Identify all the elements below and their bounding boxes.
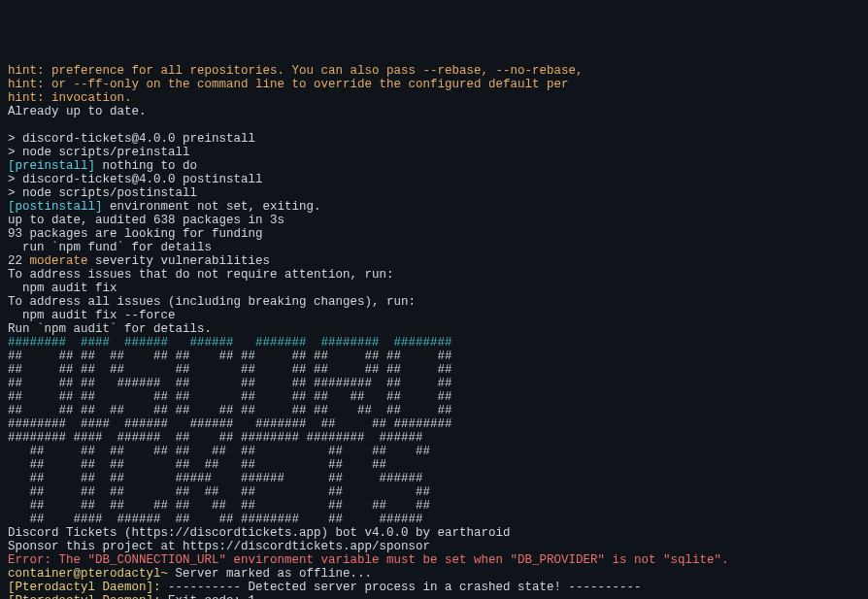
terminal-line: [Pterodactyl Daemon]: ---------- Detecte… bbox=[8, 581, 860, 594]
terminal-text-segment: ######## #### ###### ###### ####### ####… bbox=[8, 336, 459, 349]
terminal-line: ## ## ## ##### ###### ## ###### bbox=[8, 472, 860, 485]
terminal-text-segment: Exit code: 1 bbox=[161, 594, 256, 599]
terminal-text-segment: environment not set, exiting. bbox=[103, 200, 321, 214]
terminal-line: [preinstall] nothing to do bbox=[8, 159, 860, 173]
terminal-text-segment: > discord-tickets@4.0.0 postinstall bbox=[8, 173, 263, 186]
terminal-text-segment: ## ## ## ## ## ## ## ## bbox=[8, 458, 438, 472]
terminal-text-segment: ######## #### ###### ## ## ######## ####… bbox=[8, 431, 438, 445]
terminal-text-segment: ## ## ## ###### ## ## ## ######## ## ## bbox=[8, 377, 452, 390]
terminal-line: container@pterodactyl~ Server marked as … bbox=[8, 567, 860, 581]
terminal-text-segment: ## ## ## ## ## ## ## ## ## ## ## bbox=[8, 363, 452, 377]
terminal-text-segment: severity vulnerabilities bbox=[88, 254, 271, 268]
terminal-text-segment: npm audit fix bbox=[8, 282, 117, 295]
terminal-line: To address issues that do not require at… bbox=[8, 268, 860, 282]
terminal-line: [Pterodactyl Daemon]: Exit code: 1 bbox=[8, 594, 860, 599]
terminal-text-segment: hint: or --ff-only on the command line t… bbox=[8, 78, 569, 91]
terminal-line: ## ## ## ## ## ## ## ## ## ## ## bbox=[8, 390, 860, 404]
terminal-line: > node scripts/postinstall bbox=[8, 186, 860, 200]
terminal-line: 22 moderate severity vulnerabilities bbox=[8, 254, 860, 268]
terminal-line: npm audit fix bbox=[8, 282, 860, 295]
terminal-text-segment: ## ## ## ## ## ## ## ## bbox=[8, 485, 438, 499]
terminal-line: Error: The "DB_CONNECTION_URL" environme… bbox=[8, 553, 860, 567]
terminal-text-segment: run `npm fund` for details bbox=[8, 241, 212, 254]
terminal-text-segment: Error: The "DB_CONNECTION_URL" environme… bbox=[8, 553, 729, 567]
terminal-line: Already up to date. bbox=[8, 105, 860, 118]
terminal-text-segment: [Pterodactyl Daemon]: bbox=[8, 594, 161, 599]
terminal-line: ## ## ## ###### ## ## ## ######## ## ## bbox=[8, 377, 860, 390]
terminal-text-segment: ## ## ## ## ## ## ## ## ## ## ## ## ## bbox=[8, 404, 452, 417]
terminal-line: hint: invocation. bbox=[8, 91, 860, 105]
terminal-text-segment: ---------- Detected server process in a … bbox=[161, 581, 642, 594]
terminal-text-segment: Already up to date. bbox=[8, 105, 147, 118]
terminal-line: hint: or --ff-only on the command line t… bbox=[8, 78, 860, 91]
terminal-line: ## ## ## ## ## ## ## ## ## ## ## ## ## bbox=[8, 349, 860, 363]
terminal-line: npm audit fix --force bbox=[8, 309, 860, 322]
terminal-text-segment: [preinstall] bbox=[8, 159, 95, 173]
terminal-line: ######## #### ###### ###### ####### ## #… bbox=[8, 417, 860, 431]
terminal-text-segment: moderate bbox=[30, 254, 88, 268]
terminal-line: ## #### ###### ## ## ######## ## ###### bbox=[8, 513, 860, 526]
terminal-text-segment: Server marked as offline... bbox=[168, 567, 372, 581]
terminal-line: Run `npm audit` for details. bbox=[8, 322, 860, 336]
terminal-text-segment: ## ## ## ## ## ## ## ## ## ## ## ## ## bbox=[8, 349, 452, 363]
terminal-text-segment: Sponsor this project at https://discordt… bbox=[8, 540, 430, 553]
terminal-text-segment: hint: invocation. bbox=[8, 91, 132, 105]
terminal-text-segment: > node scripts/preinstall bbox=[8, 146, 190, 159]
terminal-text-segment: container@pterodactyl~ bbox=[8, 567, 168, 581]
terminal-line: ## ## ## ## ## ## ## ## ## ## bbox=[8, 445, 860, 458]
terminal-line: hint: preference for all repositories. Y… bbox=[8, 64, 860, 78]
terminal-text-segment: > node scripts/postinstall bbox=[8, 186, 197, 200]
terminal-text-segment: Discord Tickets (https://discordtickets.… bbox=[8, 526, 511, 540]
terminal-line: Discord Tickets (https://discordtickets.… bbox=[8, 526, 860, 540]
terminal-line: To address all issues (including breakin… bbox=[8, 295, 860, 309]
terminal-text-segment: ## #### ###### ## ## ######## ## ###### bbox=[8, 513, 438, 526]
terminal-line: Sponsor this project at https://discordt… bbox=[8, 540, 860, 553]
terminal-text-segment: nothing to do bbox=[95, 159, 197, 173]
terminal-line: ######## #### ###### ###### ####### ####… bbox=[8, 336, 860, 349]
terminal-line: ######## #### ###### ## ## ######## ####… bbox=[8, 431, 860, 445]
terminal-text-segment: ## ## ## ## ## ## ## ## ## ## bbox=[8, 499, 438, 513]
terminal-text-segment: [Pterodactyl Daemon]: bbox=[8, 581, 161, 594]
terminal-line: [postinstall] environment not set, exiti… bbox=[8, 200, 860, 214]
terminal-line: ## ## ## ## ## ## ## ## bbox=[8, 458, 860, 472]
terminal-line: ## ## ## ## ## ## ## ## bbox=[8, 485, 860, 499]
terminal-line: ## ## ## ## ## ## ## ## ## ## bbox=[8, 499, 860, 513]
terminal-text-segment: up to date, audited 638 packages in 3s bbox=[8, 214, 284, 227]
terminal-text-segment: To address all issues (including breakin… bbox=[8, 295, 416, 309]
terminal-text-segment: Run `npm audit` for details. bbox=[8, 322, 212, 336]
terminal-line: > node scripts/preinstall bbox=[8, 146, 860, 159]
terminal-line: run `npm fund` for details bbox=[8, 241, 860, 254]
terminal-line: > discord-tickets@4.0.0 preinstall bbox=[8, 132, 860, 146]
terminal-text-segment: ######## #### ###### ###### ####### ## #… bbox=[8, 417, 459, 431]
terminal-text-segment: ## ## ## ## ## ## ## ## ## ## bbox=[8, 445, 438, 458]
terminal-line: ## ## ## ## ## ## ## ## ## ## ## ## ## bbox=[8, 404, 860, 417]
terminal-line bbox=[8, 118, 860, 132]
terminal-text-segment: hint: preference for all repositories. Y… bbox=[8, 64, 584, 78]
terminal-line: 93 packages are looking for funding bbox=[8, 227, 860, 241]
terminal-text-segment: npm audit fix --force bbox=[8, 309, 176, 322]
terminal-text-segment: [postinstall] bbox=[8, 200, 103, 214]
terminal-text-segment: ## ## ## ##### ###### ## ###### bbox=[8, 472, 438, 485]
terminal-text-segment: > discord-tickets@4.0.0 preinstall bbox=[8, 132, 255, 146]
terminal-text-segment: ## ## ## ## ## ## ## ## ## ## ## bbox=[8, 390, 452, 404]
terminal-line: up to date, audited 638 packages in 3s bbox=[8, 214, 860, 227]
terminal-text-segment: 22 bbox=[8, 254, 30, 268]
terminal-text-segment: 93 packages are looking for funding bbox=[8, 227, 263, 241]
terminal-text-segment: To address issues that do not require at… bbox=[8, 268, 394, 282]
terminal-output: hint: preference for all repositories. Y… bbox=[8, 64, 860, 599]
terminal-line: > discord-tickets@4.0.0 postinstall bbox=[8, 173, 860, 186]
terminal-line: ## ## ## ## ## ## ## ## ## ## ## bbox=[8, 363, 860, 377]
